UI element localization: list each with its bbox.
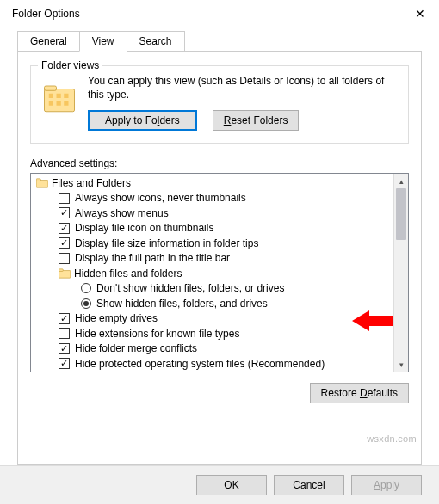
scroll-up-button[interactable]: ▴ [394,174,408,188]
apply-button[interactable]: Apply [351,475,422,495]
svg-rect-12 [59,269,63,272]
scroll-track[interactable] [394,188,408,357]
tree-row-label: Display file icon on thumbnails [75,222,213,234]
tab-strip: General View Search [17,31,422,51]
tree-row-label: Show hidden files, folders, and drives [96,298,268,310]
folder-options-window: Folder Options ✕ General View Search Fol… [0,0,439,504]
radio-icon[interactable] [81,283,91,293]
folder-views-description: You can apply this view (such as Details… [88,75,398,101]
tree-row: Files and Folders [33,175,393,191]
restore-defaults-button[interactable]: Restore Defaults [310,383,409,403]
tab-general[interactable]: General [17,31,80,51]
tab-search[interactable]: Search [127,31,185,51]
tree-row[interactable]: ✓Display file size information in folder… [33,236,393,251]
svg-rect-1 [45,86,57,90]
folder-views-icon [41,80,77,116]
cancel-button[interactable]: Cancel [274,475,344,495]
tree-row[interactable]: ✓Hide protected operating system files (… [33,356,393,372]
content-area: General View Search Folder views You can… [0,28,439,465]
checkbox-icon[interactable] [59,253,70,264]
tree-row[interactable]: Hide extensions for known file types [33,326,393,341]
reset-folders-button[interactable]: Reset Folders [213,110,300,131]
svg-rect-3 [57,94,61,98]
tree-row-label: Always show menus [75,207,169,219]
checkbox-icon[interactable]: ✓ [59,207,70,218]
tree-row-label: Hidden files and folders [74,267,182,280]
tree-row[interactable]: Always show icons, never thumbnails [33,191,393,206]
svg-rect-4 [64,94,68,98]
tree-row[interactable]: ✓Hide folder merge conflicts [33,341,393,357]
checkbox-icon[interactable]: ✓ [59,223,70,234]
radio-icon[interactable] [81,298,91,309]
advanced-settings-tree: Files and FoldersAlways show icons, neve… [30,173,409,372]
tab-view[interactable]: View [79,31,127,52]
ok-button[interactable]: OK [196,475,267,495]
tree-row-label: Don't show hidden files, folders, or dri… [96,282,284,294]
titlebar: Folder Options ✕ [0,0,439,28]
checkbox-icon[interactable]: ✓ [59,313,70,324]
checkbox-icon[interactable] [59,193,70,204]
tree-row-label: Display the full path in the title bar [75,252,230,264]
close-icon[interactable]: ✕ [411,7,429,21]
svg-rect-0 [45,89,75,112]
view-tab-panel: Folder views You can apply this view (su… [17,51,422,465]
folder-views-group: Folder views You can apply this view (su… [30,65,409,144]
scroll-thumb[interactable] [396,188,406,240]
checkbox-icon[interactable] [59,328,70,339]
svg-rect-11 [59,271,71,279]
svg-rect-9 [36,181,48,188]
checkbox-icon[interactable]: ✓ [59,237,70,249]
tree-row-label: Hide protected operating system files (R… [75,358,325,370]
tree-row[interactable]: ✓Hide empty drives [33,311,393,327]
tree-row-label: Hide empty drives [75,312,158,324]
tree-row-label: Hide folder merge conflicts [75,342,197,354]
advanced-settings-label: Advanced settings: [30,157,409,169]
svg-rect-10 [36,179,40,181]
tree-list[interactable]: Files and FoldersAlways show icons, neve… [31,174,393,372]
scroll-down-button[interactable]: ▾ [394,357,408,372]
apply-to-folders-button[interactable]: Apply to Folders [88,110,197,131]
svg-rect-6 [57,101,61,106]
tree-row[interactable]: Don't show hidden files, folders, or dri… [33,281,393,297]
tree-row[interactable]: ✓Always show menus [33,206,393,221]
vertical-scrollbar[interactable]: ▴ ▾ [393,174,408,372]
tree-row[interactable]: ✓Display file icon on thumbnails [33,221,393,237]
tree-row: Hidden files and folders [33,266,393,281]
tree-row-label: Display file size information in folder … [75,237,258,249]
tree-row-label: Hide extensions for known file types [75,328,239,340]
folder-views-label: Folder views [38,59,102,71]
tree-row-label: Files and Folders [52,177,131,189]
svg-rect-2 [49,94,53,98]
dialog-button-bar: OK Cancel Apply [0,465,439,504]
svg-rect-5 [49,101,53,106]
tree-row[interactable]: Display the full path in the title bar [33,251,393,267]
window-title: Folder Options [12,8,80,20]
tree-row-label: Always show icons, never thumbnails [75,192,246,204]
checkbox-icon[interactable]: ✓ [59,358,70,369]
svg-rect-7 [64,101,68,106]
checkbox-icon[interactable]: ✓ [59,343,70,354]
tree-row[interactable]: Show hidden files, folders, and drives [33,296,393,311]
